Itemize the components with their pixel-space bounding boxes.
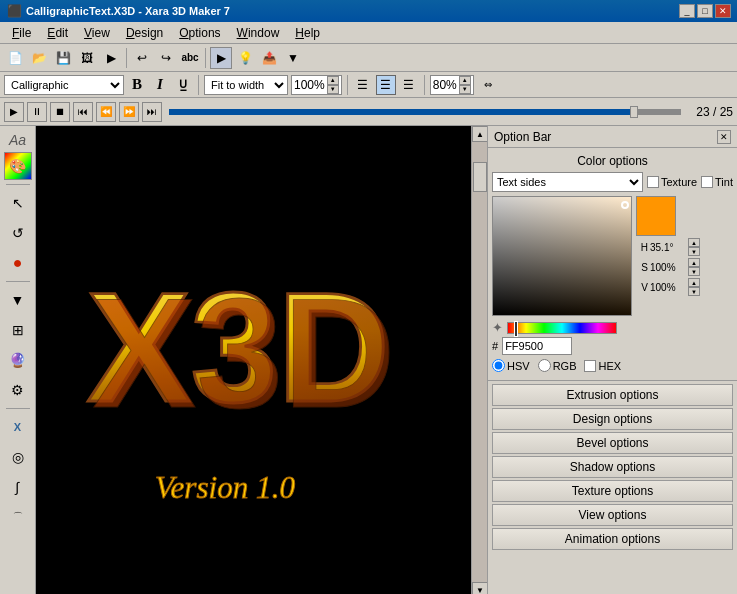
- playback-slider[interactable]: [169, 109, 681, 115]
- gear-tool[interactable]: ⚙: [4, 376, 32, 404]
- zoom-up[interactable]: ▲: [327, 76, 339, 85]
- save-button[interactable]: 💾: [52, 47, 74, 69]
- hex-input[interactable]: [502, 337, 572, 355]
- new-button[interactable]: 📄: [4, 47, 26, 69]
- export-button[interactable]: 🖼: [76, 47, 98, 69]
- close-button[interactable]: ✕: [715, 4, 731, 18]
- linespace-value: 80%: [433, 78, 457, 92]
- step-start-control[interactable]: ⏮: [73, 102, 93, 122]
- italic-button[interactable]: I: [150, 75, 170, 95]
- scroll-down-button[interactable]: ▼: [472, 582, 487, 594]
- step-back-control[interactable]: ⏪: [96, 102, 116, 122]
- s-row: S 100% ▲ ▼: [636, 258, 700, 276]
- canvas[interactable]: X3D X3D Versi: [36, 126, 487, 594]
- color-gradient-box[interactable]: [492, 196, 632, 316]
- h-up[interactable]: ▲: [688, 238, 700, 247]
- design-options-button[interactable]: Design options: [492, 408, 733, 430]
- zoom-down[interactable]: ▼: [327, 85, 339, 94]
- linespace-up[interactable]: ▲: [459, 76, 471, 85]
- maximize-button[interactable]: □: [697, 4, 713, 18]
- fit-to-select[interactable]: Fit to width Fit to height Fit to page: [205, 76, 287, 94]
- hsv-radio-label[interactable]: HSV: [492, 359, 530, 372]
- play-button[interactable]: ▶: [210, 47, 232, 69]
- tint-checkbox-wrap: Tint: [701, 176, 733, 188]
- v-value: 100%: [650, 282, 686, 293]
- picker-cursor[interactable]: [621, 201, 629, 209]
- panel-header: Option Bar ✕: [488, 126, 737, 148]
- sep2: [205, 48, 206, 68]
- undo-button[interactable]: ↩: [131, 47, 153, 69]
- hsv-radio[interactable]: [492, 359, 505, 372]
- linespace-down[interactable]: ▼: [459, 85, 471, 94]
- arrow-tool[interactable]: ↖: [4, 189, 32, 217]
- scroll-thumb[interactable]: [473, 162, 487, 192]
- left-toolbar: Aa 🎨 ↖ ↺ ● ▼ ⊞ 🔮 ⚙ X ◎ ∫ ⌒: [0, 126, 36, 594]
- font-select[interactable]: Calligraphic: [4, 75, 124, 95]
- hue-slider[interactable]: [507, 322, 617, 334]
- menu-view[interactable]: View: [76, 24, 118, 42]
- sphere-tool[interactable]: 🔮: [4, 346, 32, 374]
- menu-design[interactable]: Design: [118, 24, 171, 42]
- h-down[interactable]: ▼: [688, 247, 700, 256]
- bezier-tool[interactable]: ⌒: [4, 503, 32, 531]
- scroll-track[interactable]: [472, 142, 487, 582]
- menu-edit[interactable]: Edit: [39, 24, 76, 42]
- underline-button[interactable]: U̲: [173, 75, 193, 95]
- rgb-radio-label[interactable]: RGB: [538, 359, 577, 372]
- rgb-radio[interactable]: [538, 359, 551, 372]
- vertical-scrollbar[interactable]: ▲ ▼: [471, 126, 487, 594]
- view-options-button[interactable]: View options: [492, 504, 733, 526]
- align-right-button[interactable]: ☰: [399, 75, 419, 95]
- step-end-control[interactable]: ⏭: [142, 102, 162, 122]
- more-button[interactable]: ▼: [282, 47, 304, 69]
- hue-thumb[interactable]: [514, 321, 518, 337]
- animation-options-button[interactable]: Animation options: [492, 528, 733, 550]
- texture-options-button[interactable]: Texture options: [492, 480, 733, 502]
- text-size-indicator: Aa: [7, 130, 28, 150]
- play-control[interactable]: ▶: [4, 102, 24, 122]
- color-picker-tool[interactable]: 🎨: [4, 152, 32, 180]
- x3d-text-tool[interactable]: X: [4, 413, 32, 441]
- bevel-options-button[interactable]: Bevel options: [492, 432, 733, 454]
- minimize-button[interactable]: _: [679, 4, 695, 18]
- export3-button[interactable]: 📤: [258, 47, 280, 69]
- curve-tool[interactable]: ∫: [4, 473, 32, 501]
- menu-file[interactable]: File: [4, 24, 39, 42]
- s-up[interactable]: ▲: [688, 258, 700, 267]
- hex-mode-checkbox[interactable]: [584, 360, 596, 372]
- open-button[interactable]: 📂: [28, 47, 50, 69]
- panel-close-button[interactable]: ✕: [717, 130, 731, 144]
- scroll-up-button[interactable]: ▲: [472, 126, 487, 142]
- color-surface-select[interactable]: Text sides Text front Extrusion: [492, 172, 643, 192]
- text-button[interactable]: abc: [179, 47, 201, 69]
- options-buttons: Extrusion options Design options Bevel o…: [488, 381, 737, 594]
- menu-options[interactable]: Options: [171, 24, 228, 42]
- ring-tool[interactable]: ◎: [4, 443, 32, 471]
- rotate-tool[interactable]: ↺: [4, 219, 32, 247]
- distribute-button[interactable]: ⇔: [477, 74, 499, 96]
- menu-help[interactable]: Help: [287, 24, 328, 42]
- shadow-options-button[interactable]: Shadow options: [492, 456, 733, 478]
- texture-checkbox[interactable]: [647, 176, 659, 188]
- redo-button[interactable]: ↪: [155, 47, 177, 69]
- s-down[interactable]: ▼: [688, 267, 700, 276]
- step-fwd-control[interactable]: ⏩: [119, 102, 139, 122]
- point-tool[interactable]: ▼: [4, 286, 32, 314]
- align-center-button[interactable]: ☰: [376, 75, 396, 95]
- stop-control[interactable]: ⏹: [50, 102, 70, 122]
- light-button[interactable]: 💡: [234, 47, 256, 69]
- export2-button[interactable]: ▶: [100, 47, 122, 69]
- align-left-button[interactable]: ☰: [353, 75, 373, 95]
- circle-tool[interactable]: ●: [4, 249, 32, 277]
- tint-checkbox[interactable]: [701, 176, 713, 188]
- v-row: V 100% ▲ ▼: [636, 278, 700, 296]
- hue-slider-row: ✦: [492, 320, 733, 335]
- v-down[interactable]: ▼: [688, 287, 700, 296]
- grid-tool[interactable]: ⊞: [4, 316, 32, 344]
- v-up[interactable]: ▲: [688, 278, 700, 287]
- extrusion-options-button[interactable]: Extrusion options: [492, 384, 733, 406]
- color-preview-swatch[interactable]: [636, 196, 676, 236]
- pause-control[interactable]: ⏸: [27, 102, 47, 122]
- menu-window[interactable]: Window: [229, 24, 288, 42]
- bold-button[interactable]: B: [127, 75, 147, 95]
